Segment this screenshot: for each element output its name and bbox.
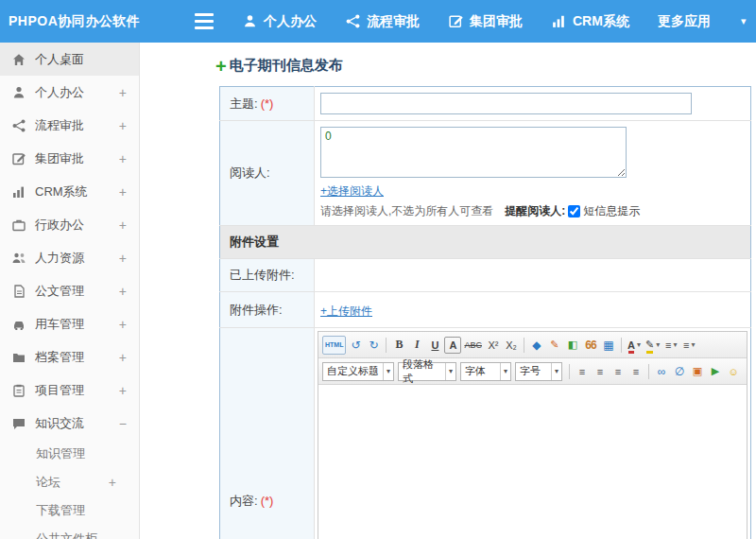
sidebar-item-hr[interactable]: 人力资源 + bbox=[0, 241, 139, 274]
chevron-down-icon: ▾ bbox=[656, 340, 660, 349]
collapse-icon[interactable]: − bbox=[119, 416, 127, 431]
font-color-button[interactable]: A▾ bbox=[626, 336, 643, 355]
edit-square-icon bbox=[11, 151, 26, 166]
attachment-operation-row: 附件操作: +上传附件 bbox=[220, 292, 751, 328]
select-readers-link[interactable]: +选择阅读人 bbox=[320, 183, 384, 200]
sidebar-item-project-mgmt[interactable]: 项目管理 + bbox=[0, 374, 139, 407]
sidebar: 个人桌面 个人办公 + 流程审批 + 集团审批 + CRM系统 + 行政办公 +… bbox=[0, 43, 140, 539]
unlink-button[interactable]: ∅ bbox=[671, 362, 688, 381]
toolbar-separator bbox=[569, 364, 570, 379]
subscript-button[interactable]: X₂ bbox=[503, 336, 520, 355]
remove-format-button[interactable]: ◆ bbox=[528, 336, 545, 355]
subject-input[interactable] bbox=[320, 93, 692, 114]
menu-toggle-icon[interactable] bbox=[195, 13, 214, 29]
emoticon-button[interactable]: ☺ bbox=[725, 362, 742, 381]
sidebar-item-knowledge-mgmt[interactable]: 知识管理 bbox=[0, 440, 139, 468]
redo-button[interactable]: ↻ bbox=[365, 336, 382, 355]
underline-button[interactable]: U bbox=[426, 336, 443, 355]
font-family-select[interactable]: 字体▾ bbox=[460, 362, 511, 381]
format-painter-button[interactable]: ✎ bbox=[546, 336, 563, 355]
nav-more-apps[interactable]: 更多应用 bbox=[658, 13, 711, 30]
chevron-down-icon[interactable]: ▾ bbox=[741, 15, 747, 27]
add-icon: + bbox=[215, 58, 227, 75]
sidebar-item-forum[interactable]: 论坛 + bbox=[0, 468, 139, 496]
sidebar-item-group-approval[interactable]: 集团审批 + bbox=[0, 142, 139, 175]
upload-attachment-link[interactable]: +上传附件 bbox=[320, 304, 372, 320]
edit-square-icon bbox=[448, 13, 464, 29]
align-left-button[interactable]: ≡ bbox=[574, 362, 591, 381]
expand-icon[interactable]: + bbox=[119, 85, 127, 100]
insert-table-button[interactable]: ▦ bbox=[600, 336, 617, 355]
ordered-list-button[interactable]: ≡▾ bbox=[662, 336, 679, 355]
person-icon bbox=[242, 13, 258, 29]
unordered-list-button[interactable]: ≡▾ bbox=[680, 336, 697, 355]
people-icon bbox=[11, 251, 26, 266]
align-right-button[interactable]: ≡ bbox=[610, 362, 627, 381]
toolbar-separator bbox=[648, 364, 649, 379]
app-title: PHPOA协同办公软件 bbox=[0, 13, 163, 30]
style-brush-button[interactable]: ◧ bbox=[564, 336, 581, 355]
sidebar-item-download-mgmt[interactable]: 下载管理 bbox=[0, 496, 139, 525]
nav-workflow-approval[interactable]: 流程审批 bbox=[345, 13, 420, 30]
font-style-button[interactable]: A bbox=[444, 337, 461, 354]
expand-icon[interactable]: + bbox=[119, 284, 127, 299]
strikethrough-button[interactable]: ABC bbox=[462, 336, 484, 355]
topbar: PHPOA协同办公软件 个人办公 流程审批 集团审批 CRM系统 更多应用 ▾ bbox=[0, 0, 756, 43]
font-size-select[interactable]: 字号▾ bbox=[515, 362, 562, 381]
sidebar-item-personal-desktop[interactable]: 个人桌面 bbox=[0, 43, 139, 76]
expand-icon[interactable]: + bbox=[119, 350, 127, 365]
remind-readers-label: 提醒阅读人: bbox=[505, 203, 565, 219]
highlight-color-button[interactable]: ✎▾ bbox=[644, 336, 662, 355]
nav-group-approval[interactable]: 集团审批 bbox=[448, 13, 523, 30]
readers-hint-line: 请选择阅读人,不选为所有人可查看 提醒阅读人: 短信息提示 bbox=[320, 203, 745, 219]
toolbar-separator bbox=[386, 338, 387, 353]
paragraph-format-select-label: 段落格式 bbox=[403, 358, 441, 385]
sms-checkbox[interactable] bbox=[568, 205, 580, 217]
expand-icon[interactable]: + bbox=[119, 383, 127, 398]
sidebar-item-document-mgmt[interactable]: 公文管理 + bbox=[0, 274, 139, 307]
bold-button[interactable]: B bbox=[390, 336, 407, 355]
align-center-button[interactable]: ≡ bbox=[592, 362, 609, 381]
italic-button[interactable]: I bbox=[408, 336, 425, 355]
insert-media-button[interactable]: ▶ bbox=[707, 362, 724, 381]
undo-button[interactable]: ↺ bbox=[347, 336, 364, 355]
expand-icon[interactable]: + bbox=[119, 184, 127, 200]
readers-hint: 请选择阅读人,不选为所有人可查看 bbox=[320, 203, 493, 219]
insert-link-button[interactable]: ∞ bbox=[653, 362, 670, 381]
custom-title-select[interactable]: 自定义标题▾ bbox=[322, 362, 394, 381]
font-size-select-label: 字号 bbox=[520, 364, 541, 378]
nav-personal-office[interactable]: 个人办公 bbox=[242, 13, 317, 30]
sidebar-item-archive-mgmt[interactable]: 档案管理 + bbox=[0, 340, 139, 374]
expand-icon[interactable]: + bbox=[119, 118, 127, 133]
required-mark: (*) bbox=[261, 494, 274, 508]
custom-title-select-label: 自定义标题 bbox=[327, 364, 379, 378]
expand-icon[interactable]: + bbox=[119, 317, 127, 332]
nav-crm[interactable]: CRM系统 bbox=[551, 13, 629, 30]
expand-icon[interactable]: + bbox=[109, 475, 116, 490]
editor-toolbar-row2: 自定义标题▾段落格式▾字体▾字号▾≡≡≡≡∞∅▣▶☺ bbox=[318, 358, 747, 385]
chevron-down-icon: ▾ bbox=[383, 363, 393, 380]
insert-image-button[interactable]: ▣ bbox=[689, 362, 706, 381]
sidebar-item-public-file-cabinet[interactable]: 公共文件柜 bbox=[0, 525, 139, 539]
sidebar-item-personal-office[interactable]: 个人办公 + bbox=[0, 76, 139, 109]
sidebar-item-admin-office[interactable]: 行政办公 + bbox=[0, 208, 139, 241]
sidebar-item-workflow-approval[interactable]: 流程审批 + bbox=[0, 109, 139, 142]
source-code-button[interactable]: HTML bbox=[322, 336, 346, 355]
paragraph-format-select[interactable]: 段落格式▾ bbox=[398, 362, 456, 381]
editor-canvas[interactable] bbox=[318, 385, 747, 539]
superscript-button[interactable]: X² bbox=[485, 336, 502, 355]
justify-button[interactable]: ≡ bbox=[627, 362, 644, 381]
expand-icon[interactable]: + bbox=[119, 217, 127, 233]
readers-textarea[interactable]: 0 bbox=[320, 127, 627, 178]
chevron-down-icon: ▾ bbox=[673, 340, 677, 349]
blockquote-button[interactable]: 66 bbox=[582, 336, 599, 355]
sidebar-item-knowledge-exchange[interactable]: 知识交流 − bbox=[0, 407, 139, 440]
home-icon bbox=[11, 52, 26, 67]
content-label: 内容: bbox=[230, 494, 258, 508]
page-title: + 电子期刊信息发布 bbox=[215, 57, 756, 75]
sidebar-item-crm[interactable]: CRM系统 + bbox=[0, 175, 139, 208]
sidebar-item-vehicle-mgmt[interactable]: 用车管理 + bbox=[0, 307, 139, 340]
expand-icon[interactable]: + bbox=[119, 251, 127, 266]
chevron-down-icon: ▾ bbox=[691, 340, 695, 349]
expand-icon[interactable]: + bbox=[119, 151, 127, 166]
